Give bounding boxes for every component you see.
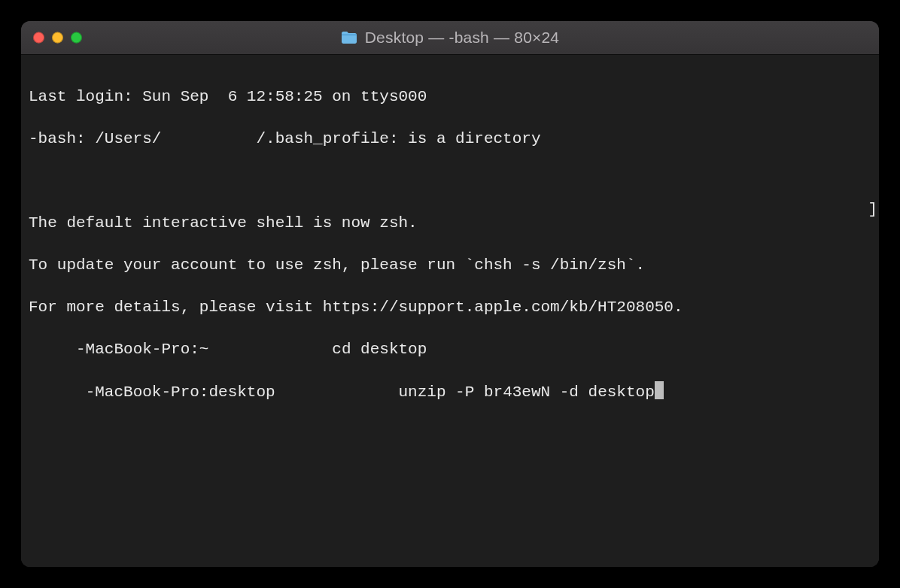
output-line: For more details, please visit https://s… — [29, 297, 871, 318]
command-text: cd desktop — [323, 341, 427, 358]
folder-icon — [341, 31, 357, 44]
terminal-body[interactable]: Last login: Sun Sep 6 12:58:25 on ttys00… — [21, 55, 879, 567]
output-line — [29, 171, 871, 192]
output-line: -bash: /Users/ /.bash_profile: is a dire… — [29, 129, 871, 150]
window-controls — [33, 32, 82, 44]
prompt-line: -MacBook-Pro:desktop unzip -P br43ewN -d… — [29, 381, 871, 403]
cursor — [655, 381, 664, 399]
titlebar[interactable]: Desktop — -bash — 80×24 — [21, 21, 879, 55]
window-title: Desktop — -bash — 80×24 — [341, 29, 560, 47]
maximize-button[interactable] — [71, 32, 82, 44]
terminal-window: Desktop — -bash — 80×24 Last login: Sun … — [21, 21, 879, 567]
redacted-hostname — [29, 341, 76, 358]
redacted-username — [284, 383, 389, 401]
scroll-indicator: ] — [868, 199, 877, 220]
window-title-text: Desktop — -bash — 80×24 — [365, 29, 560, 47]
prompt-line: -MacBook-Pro:~ cd desktop — [29, 339, 871, 360]
output-line: The default interactive shell is now zsh… — [29, 213, 871, 234]
redacted-hostname — [29, 383, 86, 401]
output-line: Last login: Sun Sep 6 12:58:25 on ttys00… — [29, 86, 871, 108]
redacted-username — [161, 130, 256, 147]
command-text: unzip -P br43ewN -d desktop — [389, 383, 655, 401]
output-line: To update your account to use zsh, pleas… — [29, 255, 871, 276]
close-button[interactable] — [33, 32, 44, 44]
redacted-username — [218, 341, 323, 358]
minimize-button[interactable] — [52, 32, 63, 44]
